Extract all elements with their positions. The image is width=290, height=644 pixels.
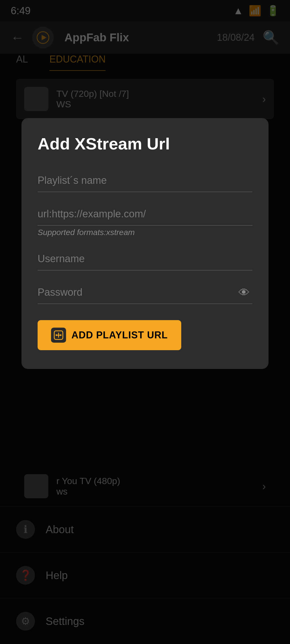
- username-input[interactable]: [38, 248, 252, 270]
- supported-formats-text: Supported formats:xstream: [38, 228, 252, 237]
- playlist-name-input[interactable]: [38, 169, 252, 192]
- password-toggle-icon[interactable]: 👁: [238, 286, 250, 299]
- modal-title: Add XStream Url: [38, 134, 252, 153]
- add-playlist-button-label: ADD PLAYLIST URL: [71, 330, 168, 341]
- svg-point-4: [60, 334, 61, 336]
- password-input[interactable]: [38, 281, 252, 304]
- add-playlist-button-icon: [51, 328, 66, 343]
- username-group: [38, 248, 252, 270]
- url-group: Supported formats:xstream: [38, 203, 252, 237]
- svg-point-3: [56, 334, 57, 336]
- url-input[interactable]: [38, 203, 252, 226]
- password-group: 👁: [38, 281, 252, 304]
- add-playlist-button[interactable]: ADD PLAYLIST URL: [38, 320, 181, 350]
- modal-dialog: Add XStream Url Supported formats:xstrea…: [21, 118, 269, 369]
- playlist-name-group: [38, 169, 252, 192]
